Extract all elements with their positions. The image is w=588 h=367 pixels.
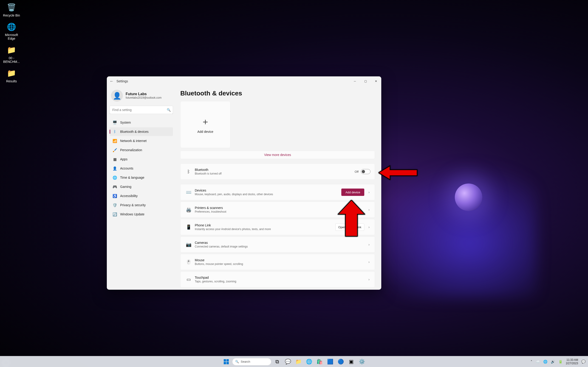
nav-gaming[interactable]: 🎮Gaming: [110, 182, 173, 191]
main-content: Bluetooth & devices ＋ Add device View mo…: [176, 86, 381, 290]
nav-privacy[interactable]: 🛡️Privacy & security: [110, 201, 173, 209]
taskbar-search[interactable]: 🔍 Search: [232, 358, 271, 365]
nav-label: Network & internet: [120, 139, 147, 143]
app-button-3[interactable]: ▣: [346, 357, 356, 366]
profile-block[interactable]: 👤 Future Labs futurelabs2019@outlook.com: [110, 88, 173, 106]
app-button-1[interactable]: 🟦: [326, 357, 335, 366]
cameras-row[interactable]: 📷 Cameras Connected cameras, default ima…: [180, 236, 375, 252]
camera-icon: 📷: [185, 242, 192, 247]
desktop-icon-edge[interactable]: 🌐 Microsoft Edge: [0, 21, 23, 40]
touchpad-icon: ▭: [185, 277, 192, 282]
nav-label: System: [120, 121, 131, 124]
page-title: Bluetooth & devices: [180, 90, 375, 97]
window-controls: ─ ▢ ✕: [350, 77, 381, 85]
desktop-icon-label: Results: [0, 80, 23, 83]
update-icon: 🔄: [112, 212, 118, 217]
left-panel: 👤 Future Labs futurelabs2019@outlook.com…: [107, 86, 176, 290]
svg-marker-0: [379, 166, 417, 180]
nav-label: Accessibility: [120, 194, 138, 198]
window-title: Settings: [116, 79, 128, 83]
bluetooth-icon: ᛒ: [185, 169, 192, 174]
onedrive-icon[interactable]: ☁️: [536, 360, 540, 364]
nav-accessibility[interactable]: ♿Accessibility: [110, 192, 173, 200]
bluetooth-toggle-card: ᛒ Bluetooth Bluetooth is turned off Off: [180, 164, 375, 180]
chat-button[interactable]: 💬: [283, 357, 292, 366]
svg-marker-1: [338, 200, 365, 236]
add-device-button[interactable]: Add device: [341, 189, 364, 196]
svg-rect-5: [226, 362, 229, 364]
bluetooth-subtitle: Bluetooth is turned off: [195, 172, 355, 175]
view-more-devices-link[interactable]: View more devices: [180, 151, 375, 159]
network-tray-icon[interactable]: 🌐: [543, 360, 548, 364]
desktop-icon-recycle-bin[interactable]: 🗑️ Recycle Bin: [0, 2, 23, 17]
row-subtitle: Mouse, keyboard, pen, audio, displays an…: [195, 193, 341, 196]
edge-icon: 🌐: [6, 21, 17, 32]
nav-network[interactable]: 📶Network & internet: [110, 136, 173, 145]
chevron-right-icon: ›: [367, 277, 371, 281]
avatar: 👤: [111, 90, 123, 102]
tray-chevron-icon[interactable]: ˄: [531, 360, 532, 364]
app-button-4[interactable]: ⚙️: [357, 357, 366, 366]
close-button[interactable]: ✕: [371, 77, 381, 85]
windows-icon: [224, 359, 229, 364]
desktop-icon-label: 00 - BENCHM...: [0, 56, 23, 64]
desktop-icon-label: Recycle Bin: [0, 14, 23, 17]
mouse-row[interactable]: 🖱️ Mouse Buttons, mouse pointer speed, s…: [180, 254, 375, 270]
bluetooth-title: Bluetooth: [195, 168, 355, 172]
nav-time-language[interactable]: 🌐Time & language: [110, 173, 173, 182]
start-button[interactable]: [222, 357, 231, 366]
phone-icon: 📱: [185, 224, 192, 230]
chevron-right-icon: ›: [367, 208, 371, 211]
profile-email: futurelabs2019@outlook.com: [126, 96, 162, 99]
devices-icon: ⌨️: [185, 190, 192, 195]
clock-date: 2/27/2023: [566, 362, 578, 365]
devices-row[interactable]: ⌨️ Devices Mouse, keyboard, pen, audio, …: [180, 184, 375, 200]
nav-label: Personalization: [120, 148, 142, 152]
row-subtitle: Buttons, mouse pointer speed, scrolling: [195, 262, 367, 266]
plus-icon: ＋: [201, 116, 210, 127]
bluetooth-toggle[interactable]: Off: [355, 169, 371, 174]
nav-windows-update[interactable]: 🔄Windows Update: [110, 210, 173, 219]
nav-accounts[interactable]: 👤Accounts: [110, 164, 173, 173]
annotation-arrow-up: [338, 200, 365, 237]
search-icon: 🔍: [235, 360, 239, 363]
nav-apps[interactable]: ▦Apps: [110, 155, 173, 164]
nav-list: 🖥️System ᛒBluetooth & devices 📶Network &…: [110, 118, 173, 219]
globe-icon: 🌐: [112, 175, 118, 180]
back-button[interactable]: ←: [107, 76, 116, 86]
nav-label: Bluetooth & devices: [120, 130, 149, 133]
desktop-icon-label: Microsoft Edge: [0, 33, 23, 40]
chevron-right-icon: ›: [367, 225, 371, 229]
minimize-button[interactable]: ─: [350, 77, 360, 85]
mouse-icon: 🖱️: [185, 259, 192, 265]
gaming-icon: 🎮: [112, 185, 118, 189]
brush-icon: 🖌️: [112, 148, 118, 152]
nav-personalization[interactable]: 🖌️Personalization: [110, 146, 173, 154]
battery-tray-icon[interactable]: 🔋: [558, 360, 563, 364]
notifications-icon[interactable]: 💬: [581, 360, 586, 364]
desktop-icon-results-folder[interactable]: 📁 Results: [0, 68, 23, 83]
system-tray: ˄ ☁️ 🌐 🔊 🔋 11:33 AM 2/27/2023 💬: [531, 358, 586, 365]
store-button[interactable]: 🛍️: [315, 357, 324, 366]
nav-system[interactable]: 🖥️System: [110, 118, 173, 127]
desktop-icon-benchmark-folder[interactable]: 📁 00 - BENCHM...: [0, 44, 23, 64]
nav-bluetooth-devices[interactable]: ᛒBluetooth & devices: [110, 127, 173, 136]
edge-taskbar-button[interactable]: 🌐: [304, 357, 313, 366]
search-label: Search: [241, 360, 250, 363]
titlebar[interactable]: ← Settings ─ ▢ ✕: [107, 76, 381, 86]
app-button-2[interactable]: 🔵: [336, 357, 345, 366]
shield-icon: 🛡️: [112, 203, 118, 207]
maximize-button[interactable]: ▢: [360, 77, 371, 85]
file-explorer-button[interactable]: 📁: [294, 357, 303, 366]
row-subtitle: Taps, gestures, scrolling, zooming: [195, 280, 367, 283]
volume-tray-icon[interactable]: 🔊: [551, 360, 555, 364]
search-input[interactable]: [110, 106, 173, 114]
taskbar-clock[interactable]: 11:33 AM 2/27/2023: [566, 358, 578, 365]
add-device-card[interactable]: ＋ Add device: [180, 101, 230, 148]
wifi-icon: 📶: [112, 139, 118, 143]
task-view-button[interactable]: ⧉: [273, 357, 282, 366]
svg-rect-2: [224, 359, 226, 361]
touchpad-row[interactable]: ▭ Touchpad Taps, gestures, scrolling, zo…: [180, 271, 375, 287]
background-glow: [367, 161, 537, 298]
toggle-switch[interactable]: [361, 169, 371, 174]
